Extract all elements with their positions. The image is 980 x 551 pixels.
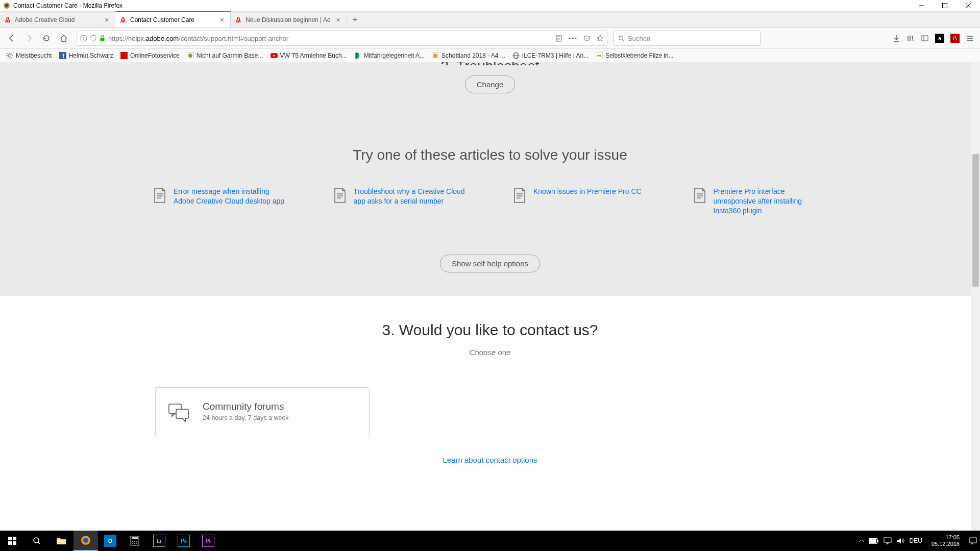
action-center-icon[interactable] [969, 537, 977, 545]
back-button[interactable] [4, 31, 19, 46]
svg-line-31 [7, 53, 8, 54]
gear-icon [6, 52, 13, 59]
extension-badge-icon[interactable]: a [935, 34, 944, 43]
forward-button[interactable] [21, 31, 37, 46]
svg-line-68 [38, 542, 40, 544]
bookmark-item[interactable]: VW T5 Armlehne Buch... [268, 51, 349, 60]
hamburger-menu-icon[interactable] [966, 34, 974, 42]
start-button[interactable] [0, 531, 24, 551]
site-info-icon[interactable]: i [80, 35, 87, 42]
taskbar-clock[interactable]: 17:05 05.12.2018 [927, 534, 964, 547]
library-icon[interactable] [906, 34, 915, 42]
bookmark-item[interactable]: Selbstklebende Filze in... [594, 51, 675, 60]
svg-line-32 [11, 57, 12, 58]
page-viewport: 2. Troubleshoot Change Try one of these … [0, 62, 980, 531]
bookmarks-bar: Meistbesucht fHelmut Schwarz OnlineFotos… [0, 49, 980, 62]
svg-text:i: i [83, 36, 84, 41]
windows-taskbar: O Lr Ps Pr DEU 17:05 05.12.2018 [0, 531, 980, 551]
firefox-taskbar-button[interactable] [74, 531, 98, 551]
calculator-taskbar-button[interactable] [122, 531, 147, 551]
svg-point-47 [597, 55, 599, 57]
favicon-icon [596, 52, 603, 59]
window-close-button[interactable] [957, 0, 980, 11]
tab-close-button[interactable]: × [218, 16, 226, 24]
tab-contact-care[interactable]: Contact Customer Care × [115, 11, 231, 28]
page-actions-icon[interactable]: ••• [569, 35, 577, 42]
bookmark-item[interactable]: fHelmut Schwarz [57, 51, 115, 60]
svg-rect-66 [13, 541, 16, 545]
vertical-scrollbar[interactable] [971, 62, 980, 531]
change-button[interactable]: Change [465, 76, 516, 93]
pocket-icon[interactable] [583, 35, 591, 42]
article-link[interactable]: Premiere Pro interface unresponsive afte… [714, 187, 827, 216]
tray-chevron-icon[interactable] [859, 538, 864, 543]
svg-line-20 [912, 36, 913, 41]
favicon-icon [354, 52, 361, 59]
svg-rect-69 [57, 540, 66, 544]
home-button[interactable] [56, 31, 71, 46]
acrobat-extension-icon[interactable] [950, 34, 960, 43]
battery-icon[interactable] [869, 538, 878, 544]
tab-close-button[interactable]: × [334, 16, 342, 24]
premiere-taskbar-button[interactable]: Pr [196, 531, 220, 551]
svg-point-67 [34, 538, 39, 543]
bookmark-item[interactable]: OnlineFotoservice [118, 51, 182, 60]
window-maximize-button[interactable] [933, 0, 957, 11]
tracking-shield-icon[interactable] [90, 35, 96, 42]
tab-neue-diskussion[interactable]: Neue Diskussion beginnen | Ad × [231, 12, 347, 28]
adobe-favicon-icon [119, 16, 127, 23]
search-button[interactable] [24, 531, 49, 551]
article-link[interactable]: Error message when installing Adobe Crea… [174, 187, 287, 216]
lightroom-taskbar-button[interactable]: Lr [147, 531, 172, 551]
article-link[interactable]: Troubleshoot why a Creative Cloud app as… [354, 187, 468, 216]
bookmark-item[interactable]: Schottland 2018 - A4 ... [430, 51, 507, 60]
search-placeholder: Suchen [628, 35, 650, 42]
document-icon [333, 188, 347, 203]
language-indicator[interactable]: DEU [910, 537, 922, 544]
network-icon[interactable] [884, 537, 892, 544]
troubleshoot-section: 2. Troubleshoot Change Try one of these … [0, 62, 980, 296]
troubleshoot-heading: 2. Troubleshoot [0, 62, 980, 65]
url-bar[interactable]: i https://helpx.adobe.com/contact/suppor… [77, 31, 607, 46]
svg-rect-3 [943, 4, 947, 8]
outlook-taskbar-button[interactable]: O [98, 531, 122, 551]
svg-rect-86 [969, 538, 976, 543]
photoshop-taskbar-button[interactable]: Ps [172, 531, 196, 551]
svg-point-78 [134, 543, 135, 544]
bookmark-item[interactable]: Meistbesucht [4, 51, 54, 60]
youtube-icon [271, 52, 278, 59]
article-item: Known issues in Premiere Pro CC [513, 187, 647, 216]
svg-rect-73 [132, 537, 138, 539]
favicon-icon [432, 52, 439, 59]
reader-mode-icon[interactable] [555, 35, 562, 42]
article-link[interactable]: Known issues in Premiere Pro CC [533, 187, 642, 216]
bookmark-item[interactable]: Nicht auf Garmin Base... [185, 51, 265, 60]
navigation-bar: i https://helpx.adobe.com/contact/suppor… [0, 28, 980, 49]
reload-button[interactable] [39, 31, 54, 46]
bookmark-item[interactable]: Mitfahrgelegenheit A... [352, 51, 427, 60]
tab-close-button[interactable]: × [103, 16, 111, 24]
bookmark-item[interactable]: ILCE-7RM3 | Hilfe | An... [510, 51, 591, 60]
svg-rect-64 [13, 537, 16, 540]
firefox-logo-icon [3, 2, 10, 9]
self-help-button[interactable]: Show self help options [440, 255, 540, 272]
volume-icon[interactable] [897, 537, 904, 544]
sidebar-icon[interactable] [921, 34, 929, 42]
tab-adobe-cc[interactable]: Adobe Creative Cloud × [0, 12, 115, 28]
search-box[interactable]: Suchen [614, 31, 761, 46]
downloads-icon[interactable] [892, 34, 900, 42]
contact-heading: 3. Would you like to contact us? [0, 296, 980, 339]
bookmark-star-icon[interactable] [597, 35, 604, 42]
new-tab-button[interactable]: + [347, 12, 363, 28]
scrollbar-thumb[interactable] [972, 154, 979, 287]
learn-contact-options-link[interactable]: Learn about contact options [443, 456, 537, 464]
community-forums-card[interactable]: Community forums 24 hours a day, 7 days … [155, 387, 370, 437]
svg-line-17 [623, 39, 625, 41]
svg-rect-62 [176, 409, 188, 418]
file-explorer-button[interactable] [49, 531, 74, 551]
lock-icon[interactable] [100, 35, 105, 42]
svg-rect-21 [922, 36, 928, 41]
window-minimize-button[interactable] [910, 0, 933, 11]
contact-section: 3. Would you like to contact us? Choose … [0, 296, 980, 488]
favicon-icon [120, 52, 128, 59]
